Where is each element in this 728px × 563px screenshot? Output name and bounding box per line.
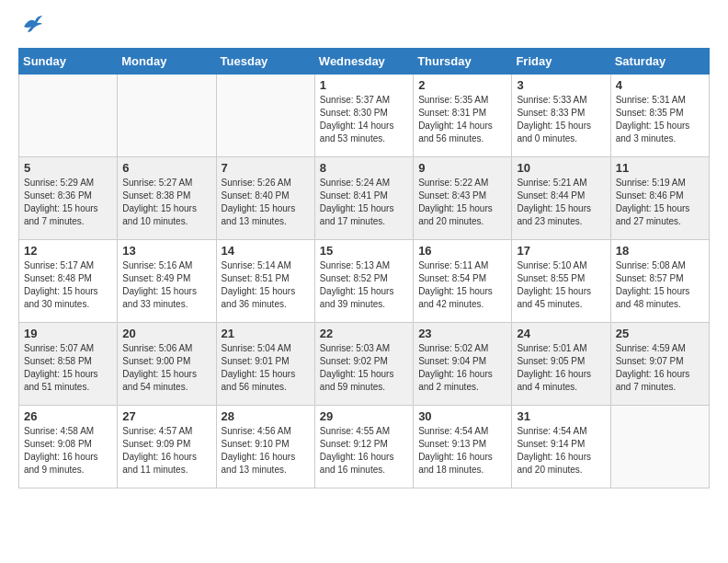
week-row-2: 5Sunrise: 5:29 AM Sunset: 8:36 PM Daylig… [19,157,710,240]
header-cell-friday: Friday [512,49,610,75]
day-cell [216,75,314,157]
header-cell-sunday: Sunday [19,49,118,75]
day-info: Sunrise: 5:08 AM Sunset: 8:57 PM Dayligh… [616,259,704,311]
day-info: Sunrise: 4:58 AM Sunset: 9:08 PM Dayligh… [24,425,112,477]
day-number: 19 [24,327,112,340]
day-info: Sunrise: 4:55 AM Sunset: 9:12 PM Dayligh… [320,425,408,477]
day-info: Sunrise: 5:07 AM Sunset: 8:58 PM Dayligh… [24,342,112,394]
day-info: Sunrise: 5:31 AM Sunset: 8:35 PM Dayligh… [616,94,704,145]
day-number: 9 [418,161,506,175]
day-cell: 31Sunrise: 4:54 AM Sunset: 9:14 PM Dayli… [512,406,610,488]
day-info: Sunrise: 4:54 AM Sunset: 9:14 PM Dayligh… [517,425,605,477]
day-cell: 27Sunrise: 4:57 AM Sunset: 9:09 PM Dayli… [118,406,216,488]
day-cell: 18Sunrise: 5:08 AM Sunset: 8:57 PM Dayli… [610,240,709,323]
day-info: Sunrise: 5:22 AM Sunset: 8:43 PM Dayligh… [418,177,506,228]
page-header [18,18,710,39]
day-cell: 10Sunrise: 5:21 AM Sunset: 8:44 PM Dayli… [512,157,610,240]
day-number: 7 [222,161,310,175]
day-cell: 1Sunrise: 5:37 AM Sunset: 8:30 PM Daylig… [314,75,413,157]
day-number: 31 [517,409,605,423]
header-cell-tuesday: Tuesday [216,49,314,75]
day-info: Sunrise: 5:33 AM Sunset: 8:33 PM Dayligh… [517,94,605,145]
day-number: 2 [418,78,506,92]
day-info: Sunrise: 5:26 AM Sunset: 8:40 PM Dayligh… [222,177,310,228]
day-number: 29 [320,409,408,423]
day-info: Sunrise: 5:27 AM Sunset: 8:38 PM Dayligh… [122,177,210,228]
day-number: 28 [222,409,310,423]
day-info: Sunrise: 5:35 AM Sunset: 8:31 PM Dayligh… [418,94,506,145]
day-cell: 6Sunrise: 5:27 AM Sunset: 8:38 PM Daylig… [118,157,216,240]
week-row-4: 19Sunrise: 5:07 AM Sunset: 8:58 PM Dayli… [19,323,710,406]
day-cell: 12Sunrise: 5:17 AM Sunset: 8:48 PM Dayli… [19,240,118,323]
day-cell: 4Sunrise: 5:31 AM Sunset: 8:35 PM Daylig… [610,75,709,157]
day-number: 15 [320,244,408,258]
day-info: Sunrise: 5:13 AM Sunset: 8:52 PM Dayligh… [320,259,408,311]
day-number: 3 [517,78,605,92]
day-number: 26 [24,409,112,423]
day-info: Sunrise: 4:54 AM Sunset: 9:13 PM Dayligh… [418,425,506,477]
day-cell: 20Sunrise: 5:06 AM Sunset: 9:00 PM Dayli… [118,323,216,406]
day-cell: 2Sunrise: 5:35 AM Sunset: 8:31 PM Daylig… [414,75,512,157]
day-cell: 26Sunrise: 4:58 AM Sunset: 9:08 PM Dayli… [19,406,118,488]
day-info: Sunrise: 5:04 AM Sunset: 9:01 PM Dayligh… [222,342,310,394]
header-cell-saturday: Saturday [610,49,709,75]
day-number: 4 [616,78,704,92]
day-number: 13 [122,244,210,258]
week-row-3: 12Sunrise: 5:17 AM Sunset: 8:48 PM Dayli… [19,240,710,323]
header-cell-thursday: Thursday [414,49,512,75]
day-cell: 16Sunrise: 5:11 AM Sunset: 8:54 PM Dayli… [414,240,512,323]
day-number: 6 [122,161,210,175]
day-cell: 15Sunrise: 5:13 AM Sunset: 8:52 PM Dayli… [314,240,413,323]
day-info: Sunrise: 4:57 AM Sunset: 9:09 PM Dayligh… [122,425,210,477]
day-number: 14 [222,244,310,258]
day-cell [19,75,118,157]
day-info: Sunrise: 5:19 AM Sunset: 8:46 PM Dayligh… [616,177,704,228]
day-cell: 25Sunrise: 4:59 AM Sunset: 9:07 PM Dayli… [610,323,709,406]
day-cell: 8Sunrise: 5:24 AM Sunset: 8:41 PM Daylig… [314,157,413,240]
day-cell: 19Sunrise: 5:07 AM Sunset: 8:58 PM Dayli… [19,323,118,406]
day-number: 8 [320,161,408,175]
calendar-header: SundayMondayTuesdayWednesdayThursdayFrid… [19,49,710,75]
day-info: Sunrise: 5:37 AM Sunset: 8:30 PM Dayligh… [320,94,408,145]
day-cell: 21Sunrise: 5:04 AM Sunset: 9:01 PM Dayli… [216,323,314,406]
day-info: Sunrise: 5:29 AM Sunset: 8:36 PM Dayligh… [24,177,112,228]
day-cell: 29Sunrise: 4:55 AM Sunset: 9:12 PM Dayli… [314,406,413,488]
day-cell [610,406,709,488]
logo [18,18,42,39]
day-number: 18 [616,244,704,258]
day-cell: 9Sunrise: 5:22 AM Sunset: 8:43 PM Daylig… [414,157,512,240]
day-info: Sunrise: 5:11 AM Sunset: 8:54 PM Dayligh… [418,259,506,311]
day-cell: 11Sunrise: 5:19 AM Sunset: 8:46 PM Dayli… [610,157,709,240]
day-number: 20 [122,327,210,340]
header-row: SundayMondayTuesdayWednesdayThursdayFrid… [19,49,710,75]
day-cell: 30Sunrise: 4:54 AM Sunset: 9:13 PM Dayli… [414,406,512,488]
week-row-5: 26Sunrise: 4:58 AM Sunset: 9:08 PM Dayli… [19,406,710,488]
day-cell: 17Sunrise: 5:10 AM Sunset: 8:55 PM Dayli… [512,240,610,323]
day-number: 10 [517,161,605,175]
calendar-body: 1Sunrise: 5:37 AM Sunset: 8:30 PM Daylig… [19,75,710,488]
day-number: 17 [517,244,605,258]
day-cell: 7Sunrise: 5:26 AM Sunset: 8:40 PM Daylig… [216,157,314,240]
day-info: Sunrise: 4:59 AM Sunset: 9:07 PM Dayligh… [616,342,704,394]
day-cell: 24Sunrise: 5:01 AM Sunset: 9:05 PM Dayli… [512,323,610,406]
week-row-1: 1Sunrise: 5:37 AM Sunset: 8:30 PM Daylig… [19,75,710,157]
day-number: 5 [24,161,112,175]
day-cell: 14Sunrise: 5:14 AM Sunset: 8:51 PM Dayli… [216,240,314,323]
logo-bird-icon [22,14,42,34]
day-cell: 28Sunrise: 4:56 AM Sunset: 9:10 PM Dayli… [216,406,314,488]
day-cell: 5Sunrise: 5:29 AM Sunset: 8:36 PM Daylig… [19,157,118,240]
day-number: 11 [616,161,704,175]
calendar-table: SundayMondayTuesdayWednesdayThursdayFrid… [18,48,710,488]
day-number: 27 [122,409,210,423]
day-info: Sunrise: 5:24 AM Sunset: 8:41 PM Dayligh… [320,177,408,228]
day-info: Sunrise: 5:21 AM Sunset: 8:44 PM Dayligh… [517,177,605,228]
day-info: Sunrise: 5:02 AM Sunset: 9:04 PM Dayligh… [418,342,506,394]
day-info: Sunrise: 4:56 AM Sunset: 9:10 PM Dayligh… [222,425,310,477]
day-info: Sunrise: 5:16 AM Sunset: 8:49 PM Dayligh… [122,259,210,311]
day-cell: 23Sunrise: 5:02 AM Sunset: 9:04 PM Dayli… [414,323,512,406]
day-info: Sunrise: 5:17 AM Sunset: 8:48 PM Dayligh… [24,259,112,311]
day-info: Sunrise: 5:10 AM Sunset: 8:55 PM Dayligh… [517,259,605,311]
day-cell: 13Sunrise: 5:16 AM Sunset: 8:49 PM Dayli… [118,240,216,323]
header-cell-wednesday: Wednesday [314,49,413,75]
day-number: 22 [320,327,408,340]
